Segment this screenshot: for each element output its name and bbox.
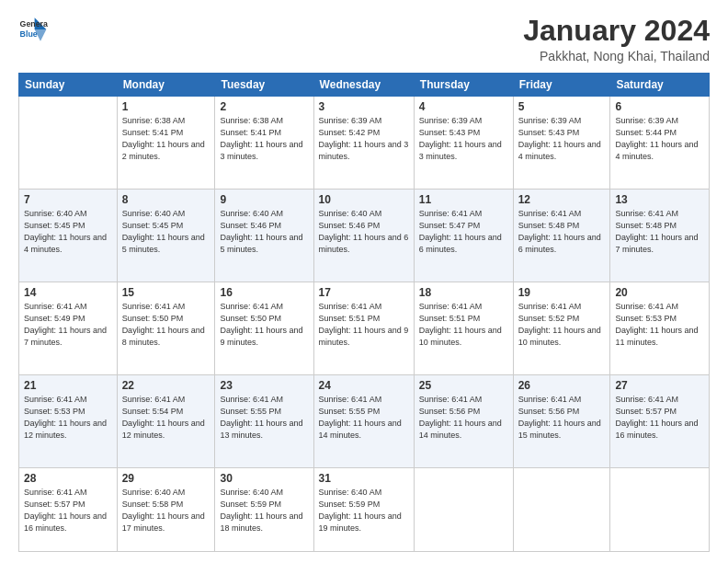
day-cell: 5Sunrise: 6:39 AMSunset: 5:43 PMDaylight… <box>513 97 610 190</box>
day-cell: 24Sunrise: 6:41 AMSunset: 5:55 PMDayligh… <box>313 375 414 468</box>
day-info: Sunrise: 6:41 AMSunset: 5:52 PMDaylight:… <box>518 301 606 349</box>
day-cell: 31Sunrise: 6:40 AMSunset: 5:59 PMDayligh… <box>313 468 414 552</box>
day-header-thursday: Thursday <box>414 74 513 97</box>
day-cell <box>19 97 118 190</box>
day-info: Sunrise: 6:41 AMSunset: 5:56 PMDaylight:… <box>419 394 508 442</box>
day-number: 21 <box>24 379 112 392</box>
day-header-wednesday: Wednesday <box>313 74 414 97</box>
day-number: 30 <box>220 472 308 485</box>
day-number: 31 <box>319 472 409 485</box>
day-header-saturday: Saturday <box>610 74 710 97</box>
day-cell: 17Sunrise: 6:41 AMSunset: 5:51 PMDayligh… <box>313 282 414 375</box>
day-info: Sunrise: 6:41 AMSunset: 5:56 PMDaylight:… <box>518 394 606 442</box>
day-cell: 9Sunrise: 6:40 AMSunset: 5:46 PMDaylight… <box>215 190 313 282</box>
day-cell: 27Sunrise: 6:41 AMSunset: 5:57 PMDayligh… <box>610 375 710 468</box>
day-cell: 20Sunrise: 6:41 AMSunset: 5:53 PMDayligh… <box>610 282 710 375</box>
day-cell: 22Sunrise: 6:41 AMSunset: 5:54 PMDayligh… <box>117 375 215 468</box>
day-info: Sunrise: 6:41 AMSunset: 5:51 PMDaylight:… <box>419 301 508 349</box>
day-number: 6 <box>615 100 704 113</box>
day-number: 22 <box>122 379 210 392</box>
day-info: Sunrise: 6:40 AMSunset: 5:46 PMDaylight:… <box>220 208 308 256</box>
day-number: 26 <box>518 379 606 392</box>
day-cell: 23Sunrise: 6:41 AMSunset: 5:55 PMDayligh… <box>215 375 313 468</box>
day-number: 27 <box>615 379 704 392</box>
day-number: 24 <box>319 379 409 392</box>
day-info: Sunrise: 6:41 AMSunset: 5:50 PMDaylight:… <box>220 301 308 349</box>
day-info: Sunrise: 6:38 AMSunset: 5:41 PMDaylight:… <box>220 115 308 163</box>
day-number: 5 <box>518 100 606 113</box>
day-header-tuesday: Tuesday <box>215 74 313 97</box>
day-cell: 7Sunrise: 6:40 AMSunset: 5:45 PMDaylight… <box>19 190 118 282</box>
day-info: Sunrise: 6:38 AMSunset: 5:41 PMDaylight:… <box>122 115 210 163</box>
subtitle: Pakkhat, Nong Khai, Thailand <box>523 49 710 63</box>
day-cell: 16Sunrise: 6:41 AMSunset: 5:50 PMDayligh… <box>215 282 313 375</box>
header: General Blue January 2024 Pakkhat, Nong … <box>18 15 710 63</box>
day-info: Sunrise: 6:40 AMSunset: 5:46 PMDaylight:… <box>319 208 409 256</box>
day-cell: 12Sunrise: 6:41 AMSunset: 5:48 PMDayligh… <box>513 190 610 282</box>
day-cell: 26Sunrise: 6:41 AMSunset: 5:56 PMDayligh… <box>513 375 610 468</box>
day-cell <box>414 468 513 552</box>
day-header-monday: Monday <box>117 74 215 97</box>
week-row: 21Sunrise: 6:41 AMSunset: 5:53 PMDayligh… <box>19 375 710 468</box>
day-number: 25 <box>419 379 508 392</box>
day-info: Sunrise: 6:41 AMSunset: 5:57 PMDaylight:… <box>24 487 112 534</box>
day-info: Sunrise: 6:41 AMSunset: 5:53 PMDaylight:… <box>24 394 112 442</box>
day-number: 28 <box>24 472 112 485</box>
day-info: Sunrise: 6:40 AMSunset: 5:59 PMDaylight:… <box>220 487 308 534</box>
day-info: Sunrise: 6:41 AMSunset: 5:51 PMDaylight:… <box>319 301 409 349</box>
day-number: 15 <box>122 286 210 299</box>
week-row: 14Sunrise: 6:41 AMSunset: 5:49 PMDayligh… <box>19 282 710 375</box>
day-cell: 11Sunrise: 6:41 AMSunset: 5:47 PMDayligh… <box>414 190 513 282</box>
day-cell: 13Sunrise: 6:41 AMSunset: 5:48 PMDayligh… <box>610 190 710 282</box>
week-row: 7Sunrise: 6:40 AMSunset: 5:45 PMDaylight… <box>19 190 710 282</box>
day-info: Sunrise: 6:39 AMSunset: 5:43 PMDaylight:… <box>419 115 508 163</box>
day-number: 7 <box>24 193 112 206</box>
day-number: 10 <box>319 193 409 206</box>
page: General Blue January 2024 Pakkhat, Nong … <box>0 0 728 563</box>
day-number: 18 <box>419 286 508 299</box>
day-info: Sunrise: 6:40 AMSunset: 5:45 PMDaylight:… <box>122 208 210 256</box>
day-number: 17 <box>319 286 409 299</box>
day-number: 8 <box>122 193 210 206</box>
day-number: 2 <box>220 100 308 113</box>
logo: General Blue <box>18 15 48 44</box>
day-number: 1 <box>122 100 210 113</box>
day-info: Sunrise: 6:41 AMSunset: 5:50 PMDaylight:… <box>122 301 210 349</box>
day-cell: 29Sunrise: 6:40 AMSunset: 5:58 PMDayligh… <box>117 468 215 552</box>
day-info: Sunrise: 6:40 AMSunset: 5:45 PMDaylight:… <box>24 208 112 256</box>
day-number: 19 <box>518 286 606 299</box>
day-header-sunday: Sunday <box>19 74 118 97</box>
day-cell <box>610 468 710 552</box>
svg-text:Blue: Blue <box>20 29 38 39</box>
calendar-table: SundayMondayTuesdayWednesdayThursdayFrid… <box>18 73 710 552</box>
day-info: Sunrise: 6:41 AMSunset: 5:55 PMDaylight:… <box>220 394 308 442</box>
day-info: Sunrise: 6:41 AMSunset: 5:54 PMDaylight:… <box>122 394 210 442</box>
day-number: 14 <box>24 286 112 299</box>
title-block: January 2024 Pakkhat, Nong Khai, Thailan… <box>523 15 710 63</box>
svg-text:General: General <box>20 19 48 29</box>
day-info: Sunrise: 6:41 AMSunset: 5:49 PMDaylight:… <box>24 301 112 349</box>
week-row: 28Sunrise: 6:41 AMSunset: 5:57 PMDayligh… <box>19 468 710 552</box>
day-cell: 14Sunrise: 6:41 AMSunset: 5:49 PMDayligh… <box>19 282 118 375</box>
day-info: Sunrise: 6:39 AMSunset: 5:42 PMDaylight:… <box>319 115 409 163</box>
day-number: 13 <box>615 193 704 206</box>
day-info: Sunrise: 6:39 AMSunset: 5:43 PMDaylight:… <box>518 115 606 163</box>
day-cell: 19Sunrise: 6:41 AMSunset: 5:52 PMDayligh… <box>513 282 610 375</box>
day-cell: 10Sunrise: 6:40 AMSunset: 5:46 PMDayligh… <box>313 190 414 282</box>
day-number: 20 <box>615 286 704 299</box>
day-info: Sunrise: 6:40 AMSunset: 5:59 PMDaylight:… <box>319 487 409 534</box>
day-info: Sunrise: 6:40 AMSunset: 5:58 PMDaylight:… <box>122 487 210 534</box>
day-info: Sunrise: 6:39 AMSunset: 5:44 PMDaylight:… <box>615 115 704 163</box>
day-number: 3 <box>319 100 409 113</box>
day-info: Sunrise: 6:41 AMSunset: 5:48 PMDaylight:… <box>615 208 704 256</box>
day-number: 16 <box>220 286 308 299</box>
day-info: Sunrise: 6:41 AMSunset: 5:47 PMDaylight:… <box>419 208 508 256</box>
logo-icon: General Blue <box>18 15 48 44</box>
day-cell: 18Sunrise: 6:41 AMSunset: 5:51 PMDayligh… <box>414 282 513 375</box>
day-cell: 1Sunrise: 6:38 AMSunset: 5:41 PMDaylight… <box>117 97 215 190</box>
day-info: Sunrise: 6:41 AMSunset: 5:55 PMDaylight:… <box>319 394 409 442</box>
day-cell: 8Sunrise: 6:40 AMSunset: 5:45 PMDaylight… <box>117 190 215 282</box>
month-title: January 2024 <box>523 15 710 47</box>
day-cell: 21Sunrise: 6:41 AMSunset: 5:53 PMDayligh… <box>19 375 118 468</box>
day-cell: 15Sunrise: 6:41 AMSunset: 5:50 PMDayligh… <box>117 282 215 375</box>
